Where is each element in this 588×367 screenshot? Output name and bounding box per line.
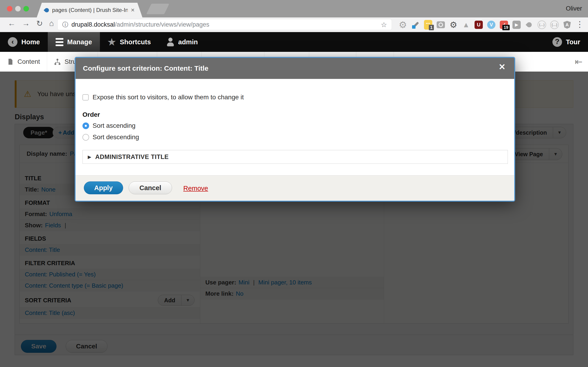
modal-header[interactable]: Configure sort criterion: Content: Title… [76, 58, 514, 79]
zoom-window-button[interactable] [23, 6, 29, 11]
menu-item-content[interactable]: Content [0, 52, 47, 72]
modal-footer: Apply Cancel Remove [76, 175, 514, 201]
minimize-window-button[interactable] [15, 6, 21, 11]
url-host: drupal8.docksal [71, 21, 115, 28]
home-icon[interactable]: ⌂ [49, 19, 54, 28]
details-label: ADMINISTRATIVE TITLE [95, 153, 169, 161]
drupal-favicon [44, 7, 50, 13]
forward-icon[interactable]: → [22, 19, 30, 28]
toolbar-manage-label: Manage [67, 38, 92, 46]
expose-sort-option[interactable]: Expose this sort to visitors, to allow t… [82, 94, 244, 101]
password-manager-extension-icon[interactable]: ••• 1 [424, 20, 432, 29]
toolbar-tour-label: Tour [566, 38, 580, 46]
toolbar-home-label: Home [21, 38, 40, 46]
sort-ascending-option[interactable]: Sort ascending [82, 122, 136, 129]
angular-extension-icon[interactable]: A [563, 20, 571, 29]
password-badge: 1 [429, 25, 434, 30]
bookmark-star-icon[interactable]: ☆ [381, 21, 387, 29]
gear-extension-icon[interactable]: ⚙ [398, 20, 407, 29]
question-icon: ? [552, 37, 562, 47]
toolbar-admin-label: admin [178, 38, 198, 46]
toolbar-item-admin[interactable]: admin [159, 32, 206, 52]
apply-button[interactable]: Apply [84, 181, 123, 194]
vimium-extension-icon[interactable]: V [487, 20, 496, 29]
expose-label: Expose this sort to visitors, to allow t… [93, 94, 244, 101]
file-icon [7, 58, 14, 65]
sort-descending-option[interactable]: Sort descending [82, 133, 139, 141]
modal-cancel-button[interactable]: Cancel [129, 181, 172, 194]
browser-tab[interactable]: pages (Content) | Drush Site-In × [37, 3, 142, 17]
toolbar-item-tour[interactable]: ? Tour [545, 32, 588, 52]
toolbar-item-home[interactable]: ‹ Home [0, 32, 48, 52]
camera-extension-icon[interactable] [436, 20, 445, 29]
browser-profile-name[interactable]: Oliver [566, 5, 582, 12]
sort-descending-radio[interactable] [82, 134, 89, 141]
ublock-extension-icon[interactable]: U [474, 20, 483, 29]
configure-sort-modal: Configure sort criterion: Content: Title… [75, 57, 515, 202]
back-icon[interactable]: ← [8, 19, 16, 28]
dark-gear-extension-icon[interactable]: ⚙ [449, 20, 458, 29]
close-window-button[interactable] [7, 6, 12, 11]
star-icon: ★ [108, 37, 116, 47]
url-path: /admin/structure/views/view/pages [115, 21, 209, 28]
new-tab-button[interactable] [146, 4, 169, 14]
sort-descending-label: Sort descending [93, 133, 139, 141]
todoist-extension-icon[interactable]: ✓ 19 [500, 20, 508, 29]
parens-extension-icon[interactable]: (…) [537, 20, 546, 29]
extension-icons: ⚙ ••• 1 ⚙ ▲ U V ✓ 19 ▶ (…) {…} A [398, 19, 571, 30]
details-arrow-icon: ▶ [88, 154, 91, 160]
play-extension-icon[interactable]: ▶ [512, 20, 521, 29]
modal-body: Expose this sort to visitors, to allow t… [76, 79, 514, 175]
user-icon [166, 38, 174, 46]
sort-ascending-label: Sort ascending [93, 122, 136, 129]
sort-ascending-radio[interactable] [82, 123, 89, 129]
close-icon[interactable]: ✕ [499, 63, 506, 71]
administrative-title-details[interactable]: ▶ ADMINISTRATIVE TITLE [82, 150, 508, 164]
toolbar-collapse-icon[interactable]: ⇤ [569, 56, 588, 67]
browser-nav-bar: ← → ↻ ⌂ ⓘ drupal8.docksal/admin/structur… [0, 17, 588, 32]
modal-title: Configure sort criterion: Content: Title [83, 65, 208, 72]
browser-tab-bar: pages (Content) | Drush Site-In × Oliver [0, 0, 588, 17]
toolbar-item-shortcuts[interactable]: ★ Shortcuts [100, 32, 159, 52]
remove-link[interactable]: Remove [183, 185, 208, 192]
braces-extension-icon[interactable]: {…} [550, 20, 559, 29]
back-to-site-icon: ‹ [8, 37, 17, 47]
site-info-icon[interactable]: ⓘ [62, 21, 68, 29]
tab-title: pages (Content) | Drush Site-In [52, 7, 128, 13]
toolbar-item-manage[interactable]: Manage [48, 32, 100, 52]
order-label: Order [82, 111, 100, 118]
hamburger-icon [56, 38, 63, 46]
sitemap-icon [54, 58, 61, 65]
tab-close-icon[interactable]: × [131, 6, 135, 14]
browser-menu-icon[interactable]: ⋮ [576, 20, 584, 28]
todoist-badge: 19 [502, 25, 510, 30]
color-picker-extension-icon[interactable] [411, 20, 420, 29]
reload-icon[interactable]: ↻ [36, 19, 43, 28]
drive-extension-icon[interactable]: ▲ [462, 20, 470, 29]
drupal-extension-icon[interactable] [525, 20, 534, 29]
admin-toolbar: ‹ Home Manage ★ Shortcuts admin ? Tour [0, 32, 588, 52]
toolbar-shortcuts-label: Shortcuts [120, 38, 151, 46]
expose-checkbox[interactable] [82, 94, 89, 100]
url-bar[interactable]: ⓘ drupal8.docksal/admin/structure/views/… [57, 19, 392, 30]
